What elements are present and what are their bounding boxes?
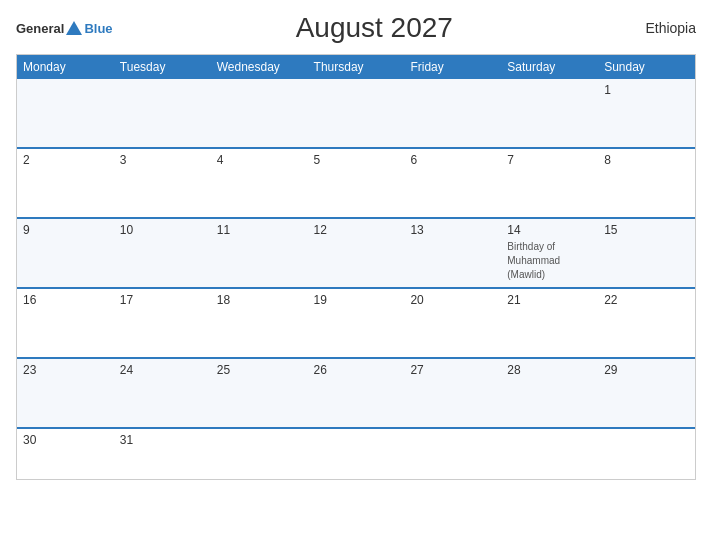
day-number: 25 [217, 363, 302, 377]
calendar-cell: 24 [114, 359, 211, 427]
logo-triangle-icon [66, 21, 82, 35]
day-number: 10 [120, 223, 205, 237]
header-wednesday: Wednesday [211, 55, 308, 79]
calendar-cell: 10 [114, 219, 211, 287]
logo-blue: Blue [84, 21, 112, 36]
calendar-cell: 23 [17, 359, 114, 427]
day-number: 30 [23, 433, 108, 447]
calendar-cell: 16 [17, 289, 114, 357]
header-thursday: Thursday [308, 55, 405, 79]
header-friday: Friday [404, 55, 501, 79]
day-number: 17 [120, 293, 205, 307]
calendar-cell: 14Birthday of Muhammad (Mawlid) [501, 219, 598, 287]
calendar-cell: 4 [211, 149, 308, 217]
calendar-cell [211, 429, 308, 479]
day-number: 8 [604, 153, 689, 167]
logo: General Blue [16, 21, 113, 36]
day-number: 5 [314, 153, 399, 167]
calendar-cell: 15 [598, 219, 695, 287]
calendar-cell: 31 [114, 429, 211, 479]
calendar-cell: 21 [501, 289, 598, 357]
day-number: 1 [604, 83, 689, 97]
calendar-cell: 19 [308, 289, 405, 357]
day-number: 20 [410, 293, 495, 307]
day-number: 22 [604, 293, 689, 307]
logo-general: General [16, 21, 64, 36]
day-number: 4 [217, 153, 302, 167]
header: General Blue August 2027 Ethiopia [16, 12, 696, 44]
calendar-cell: 30 [17, 429, 114, 479]
day-number: 15 [604, 223, 689, 237]
calendar-cell: 5 [308, 149, 405, 217]
day-number: 14 [507, 223, 592, 237]
calendar-cell [308, 429, 405, 479]
event-label: Birthday of Muhammad (Mawlid) [507, 241, 560, 280]
calendar-cell: 26 [308, 359, 405, 427]
day-number: 23 [23, 363, 108, 377]
calendar-cell: 22 [598, 289, 695, 357]
page: General Blue August 2027 Ethiopia Monday… [0, 0, 712, 550]
calendar-cell: 28 [501, 359, 598, 427]
calendar-cell: 1 [598, 79, 695, 147]
day-number: 19 [314, 293, 399, 307]
calendar-row: 1 [17, 79, 695, 147]
calendar-cell: 11 [211, 219, 308, 287]
header-tuesday: Tuesday [114, 55, 211, 79]
day-number: 9 [23, 223, 108, 237]
day-number: 24 [120, 363, 205, 377]
calendar-cell [308, 79, 405, 147]
calendar-cell [404, 79, 501, 147]
calendar-row: 23242526272829 [17, 357, 695, 427]
calendar-row: 16171819202122 [17, 287, 695, 357]
calendar-cell: 20 [404, 289, 501, 357]
day-number: 12 [314, 223, 399, 237]
day-number: 29 [604, 363, 689, 377]
calendar-cell: 13 [404, 219, 501, 287]
day-number: 18 [217, 293, 302, 307]
header-saturday: Saturday [501, 55, 598, 79]
day-number: 7 [507, 153, 592, 167]
calendar-body: 1234567891011121314Birthday of Muhammad … [17, 79, 695, 479]
day-number: 27 [410, 363, 495, 377]
day-number: 6 [410, 153, 495, 167]
calendar-cell: 7 [501, 149, 598, 217]
header-sunday: Sunday [598, 55, 695, 79]
day-number: 2 [23, 153, 108, 167]
page-title: August 2027 [113, 12, 636, 44]
day-number: 3 [120, 153, 205, 167]
day-number: 16 [23, 293, 108, 307]
calendar-cell [598, 429, 695, 479]
calendar-cell: 8 [598, 149, 695, 217]
calendar-cell [404, 429, 501, 479]
calendar-cell: 3 [114, 149, 211, 217]
calendar-cell: 9 [17, 219, 114, 287]
calendar-cell [211, 79, 308, 147]
calendar-cell: 27 [404, 359, 501, 427]
calendar-cell: 25 [211, 359, 308, 427]
calendar-cell: 29 [598, 359, 695, 427]
day-number: 26 [314, 363, 399, 377]
calendar-cell: 2 [17, 149, 114, 217]
calendar-cell [501, 429, 598, 479]
header-monday: Monday [17, 55, 114, 79]
calendar-row: 2345678 [17, 147, 695, 217]
country-label: Ethiopia [636, 20, 696, 36]
calendar-row: 3031 [17, 427, 695, 479]
calendar-cell [114, 79, 211, 147]
calendar-row: 91011121314Birthday of Muhammad (Mawlid)… [17, 217, 695, 287]
calendar-cell: 6 [404, 149, 501, 217]
calendar-cell: 17 [114, 289, 211, 357]
day-number: 13 [410, 223, 495, 237]
day-number: 28 [507, 363, 592, 377]
day-number: 21 [507, 293, 592, 307]
calendar: Monday Tuesday Wednesday Thursday Friday… [16, 54, 696, 480]
calendar-cell [501, 79, 598, 147]
day-number: 31 [120, 433, 205, 447]
calendar-cell [17, 79, 114, 147]
calendar-cell: 12 [308, 219, 405, 287]
day-number: 11 [217, 223, 302, 237]
calendar-cell: 18 [211, 289, 308, 357]
calendar-header: Monday Tuesday Wednesday Thursday Friday… [17, 55, 695, 79]
